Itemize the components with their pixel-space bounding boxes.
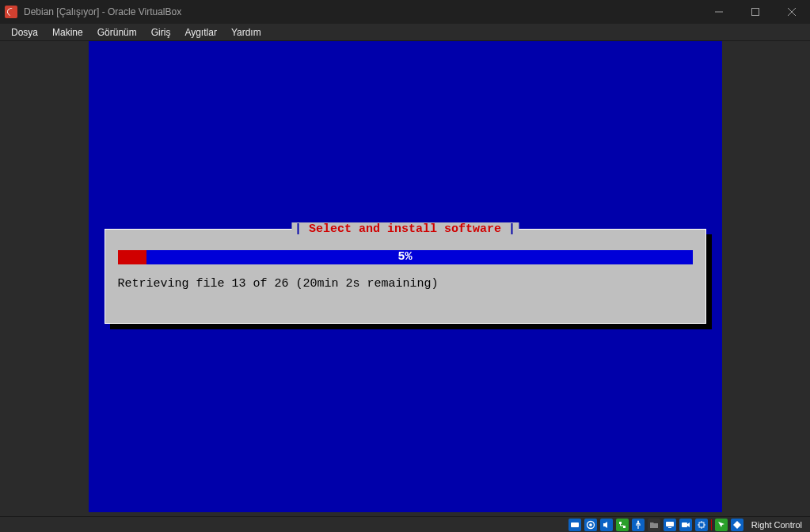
virtualbox-icon	[5, 6, 17, 18]
usb-icon[interactable]	[632, 519, 645, 531]
status-bar: Right Control	[0, 516, 810, 532]
window-title: Debian [Çalışıyor] - Oracle VirtualBox	[24, 6, 181, 17]
svg-rect-4	[619, 522, 622, 524]
window-titlebar: Debian [Çalışıyor] - Oracle VirtualBox	[0, 0, 810, 24]
optical-disc-icon[interactable]	[584, 519, 597, 531]
shared-folder-icon[interactable]	[648, 519, 660, 531]
minimize-button[interactable]	[701, 0, 737, 24]
dialog-title-text: Select and install software	[302, 222, 508, 236]
menu-file[interactable]: Dosya	[5, 25, 44, 40]
cpu-icon[interactable]	[695, 519, 708, 531]
menu-input[interactable]: Giriş	[145, 25, 177, 40]
progress-percent: 5%	[105, 250, 705, 264]
hard-disk-icon[interactable]	[569, 519, 581, 531]
svg-rect-10	[699, 522, 704, 527]
close-button[interactable]	[774, 0, 810, 24]
svg-rect-7	[666, 522, 674, 526]
keyboard-capture-icon[interactable]	[731, 519, 743, 531]
progress-status: Retrieving file 13 of 26 (20min 2s remai…	[118, 277, 439, 291]
recording-icon[interactable]	[679, 519, 692, 531]
network-icon[interactable]	[616, 519, 629, 531]
svg-rect-8	[668, 527, 671, 528]
svg-point-6	[637, 520, 639, 522]
display-icon[interactable]	[664, 519, 676, 531]
svg-rect-0	[752, 9, 759, 16]
status-separator	[711, 519, 712, 530]
vm-display-area: | Select and install software | 5% Retri…	[0, 41, 810, 516]
svg-point-3	[590, 523, 591, 525]
installer-dialog: | Select and install software | 5% Retri…	[105, 229, 706, 324]
guest-screen[interactable]: | Select and install software | 5% Retri…	[89, 41, 722, 512]
menu-view[interactable]: Görünüm	[91, 25, 143, 40]
dialog-title: | Select and install software |	[291, 222, 519, 236]
menu-machine[interactable]: Makine	[46, 25, 89, 40]
menu-devices[interactable]: Aygıtlar	[178, 25, 222, 40]
audio-icon[interactable]	[600, 519, 613, 531]
title-pipe-left: |	[295, 222, 302, 236]
title-pipe-right: |	[508, 222, 515, 236]
maximize-button[interactable]	[737, 0, 774, 24]
svg-rect-9	[682, 522, 687, 527]
svg-rect-1	[571, 522, 579, 527]
host-key-label: Right Control	[747, 520, 807, 530]
mouse-integration-icon[interactable]	[715, 519, 728, 531]
menu-help[interactable]: Yardım	[225, 25, 268, 40]
menu-bar: Dosya Makine Görünüm Giriş Aygıtlar Yard…	[0, 24, 810, 41]
